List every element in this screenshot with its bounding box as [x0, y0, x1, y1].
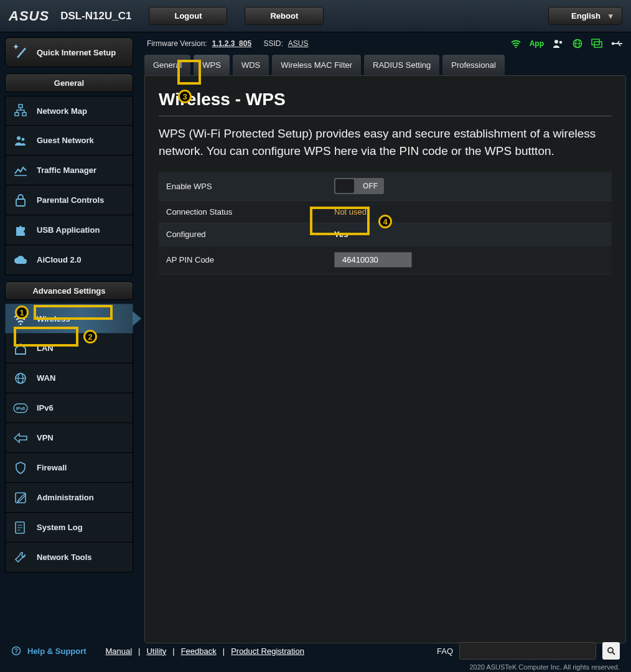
section-general-header: General: [5, 73, 133, 92]
tab-general[interactable]: General: [144, 55, 190, 75]
network-map-icon: [13, 103, 28, 118]
lock-icon: [13, 193, 28, 208]
sidebar-item-label: Wireless: [37, 314, 70, 324]
svg-text:?: ?: [14, 648, 18, 655]
footer-link-registration[interactable]: Product Registration: [231, 646, 304, 656]
brand-logo: ASUS: [9, 8, 49, 24]
enable-wps-label: Enable WPS: [159, 172, 327, 201]
svg-rect-1: [15, 113, 19, 116]
meta-line: Firmware Version: 1.1.2.3_805 SSID: ASUS…: [144, 37, 626, 55]
sidebar-item-administration[interactable]: Administration: [5, 483, 133, 513]
content-area: Firmware Version: 1.1.2.3_805 SSID: ASUS…: [144, 37, 626, 643]
svg-point-18: [515, 47, 516, 48]
language-dropdown[interactable]: English: [548, 7, 622, 25]
ap-pin-value: 46410030: [334, 252, 412, 268]
svg-text:IPv6: IPv6: [16, 406, 26, 411]
toggle-state: OFF: [363, 182, 378, 190]
reboot-button[interactable]: Reboot: [245, 7, 324, 25]
tab-wds[interactable]: WDS: [233, 55, 269, 75]
app-link[interactable]: App: [530, 39, 544, 48]
help-icon: ?: [11, 646, 21, 656]
quick-internet-setup-button[interactable]: Quick Internet Setup: [5, 37, 133, 67]
svg-rect-6: [16, 199, 25, 206]
footer-link-manual[interactable]: Manual: [105, 646, 132, 656]
fw-version-link[interactable]: 1.1.2.3_805: [212, 39, 251, 48]
ssid-label: SSID:: [263, 39, 283, 48]
svg-point-7: [20, 324, 22, 325]
section-advanced-header: Advanced Settings: [5, 281, 133, 300]
faq-search-input[interactable]: [459, 642, 596, 660]
svg-rect-0: [19, 105, 22, 108]
wifi-icon[interactable]: [511, 39, 521, 48]
sidebar-item-guest-network[interactable]: Guest Network: [5, 126, 133, 156]
users-icon[interactable]: [553, 39, 564, 49]
ssid-link[interactable]: ASUS: [288, 39, 309, 48]
copyright: 2020 ASUSTeK Computer Inc. All rights re…: [469, 663, 620, 671]
sidebar-item-label: Administration: [37, 493, 94, 502]
svg-rect-2: [22, 113, 26, 116]
enable-wps-toggle[interactable]: OFF: [334, 178, 384, 194]
configured-value: Yes: [327, 223, 612, 246]
faq-label: FAQ: [437, 646, 453, 656]
svg-point-32: [608, 648, 613, 653]
sidebar-item-label: Network Tools: [37, 553, 92, 562]
settings-table: Enable WPS OFF Connection Status Not use…: [159, 172, 612, 274]
sidebar-item-network-tools[interactable]: Network Tools: [5, 543, 133, 572]
sidebar-item-wireless[interactable]: Wireless: [5, 304, 133, 334]
sidebar-item-label: IPv6: [37, 403, 54, 413]
row-ap-pin: AP PIN Code 46410030: [159, 246, 612, 274]
conn-status-value: Not used: [327, 201, 612, 223]
sidebar-item-network-map[interactable]: Network Map: [5, 96, 133, 126]
sidebar-item-ipv6[interactable]: IPv6 IPv6: [5, 393, 133, 423]
sidebar-item-vpn[interactable]: VPN: [5, 423, 133, 453]
wireless-icon: [13, 311, 28, 326]
settings-panel: Wireless - WPS WPS (Wi-Fi Protected Setu…: [144, 75, 626, 643]
row-configured: Configured Yes: [159, 223, 612, 246]
search-button[interactable]: [602, 642, 620, 660]
sidebar-item-label: Traffic Manager: [37, 166, 96, 175]
fw-label: Firmware Version:: [147, 39, 207, 48]
admin-icon: [13, 490, 28, 505]
sidebar-item-parental-controls[interactable]: Parental Controls: [5, 185, 133, 215]
conn-status-label: Connection Status: [159, 201, 327, 223]
page-description: WPS (Wi-Fi Protected Setup) provides eas…: [159, 116, 612, 172]
sidebar: Quick Internet Setup General Network Map…: [5, 37, 133, 643]
sidebar-item-traffic-manager[interactable]: Traffic Manager: [5, 156, 133, 185]
row-enable-wps: Enable WPS OFF: [159, 172, 612, 201]
top-bar: ASUS DSL-N12U_C1 Logout Reboot English: [0, 0, 631, 32]
sidebar-item-label: VPN: [37, 433, 54, 442]
ipv6-icon: IPv6: [13, 401, 28, 416]
row-connection-status: Connection Status Not used: [159, 201, 612, 223]
ap-pin-label: AP PIN Code: [159, 246, 327, 274]
help-support-link[interactable]: Help & Support: [27, 646, 86, 656]
sidebar-item-firewall[interactable]: Firewall: [5, 453, 133, 483]
logout-button[interactable]: Logout: [149, 7, 227, 25]
advanced-settings-label: Advanced Settings: [32, 286, 105, 296]
globe-status-icon[interactable]: [573, 39, 582, 49]
sidebar-item-usb-application[interactable]: USB Application: [5, 215, 133, 245]
model-label: DSL-N12U_C1: [60, 10, 131, 22]
sidebar-item-system-log[interactable]: System Log: [5, 513, 133, 543]
sidebar-item-wan[interactable]: WAN: [5, 363, 133, 393]
qis-label: Quick Internet Setup: [37, 48, 116, 57]
sidebar-item-lan[interactable]: LAN: [5, 334, 133, 363]
sidebar-item-label: Parental Controls: [37, 195, 104, 205]
usb-status-icon[interactable]: [611, 40, 624, 47]
svg-point-4: [22, 138, 25, 141]
sidebar-item-aicloud[interactable]: AiCloud 2.0: [5, 245, 133, 275]
svg-line-33: [612, 652, 615, 655]
svg-point-3: [17, 136, 21, 140]
footer-link-feedback[interactable]: Feedback: [181, 646, 217, 656]
footer-link-utility[interactable]: Utility: [146, 646, 166, 656]
svg-point-26: [612, 42, 614, 45]
home-icon: [13, 341, 28, 356]
sidebar-item-label: AiCloud 2.0: [37, 255, 82, 264]
sidebar-item-label: System Log: [37, 523, 83, 532]
tab-mac-filter[interactable]: Wireless MAC Filter: [272, 55, 361, 75]
tab-wps[interactable]: WPS: [194, 55, 230, 75]
tab-radius[interactable]: RADIUS Setting: [364, 55, 439, 75]
cloud-icon: [13, 253, 28, 268]
puzzle-icon: [13, 223, 28, 238]
monitor-icon[interactable]: [591, 39, 602, 49]
tab-professional[interactable]: Professional: [442, 55, 505, 75]
